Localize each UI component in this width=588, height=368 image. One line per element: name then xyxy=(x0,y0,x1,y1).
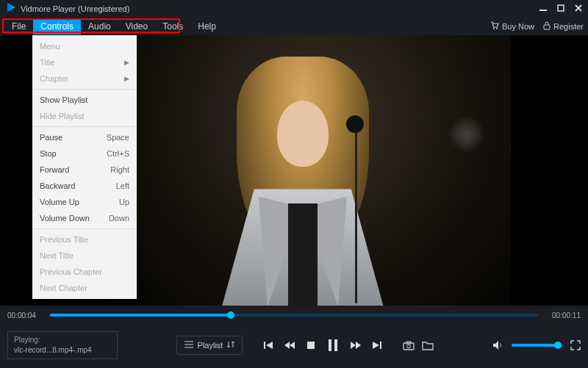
dropdown-separator xyxy=(32,89,137,90)
app-logo-icon xyxy=(6,2,16,15)
svg-marker-19 xyxy=(351,342,356,349)
dropdown-item[interactable]: ForwardRight xyxy=(32,162,137,178)
svg-rect-8 xyxy=(544,25,550,29)
dropdown-item: Menu xyxy=(32,38,137,54)
dropdown-item[interactable]: Show Playlist xyxy=(32,92,137,108)
dropdown-separator xyxy=(32,228,137,229)
prev-track-button[interactable] xyxy=(263,340,273,350)
dropdown-item: Previous Chapter xyxy=(32,264,137,280)
chevron-right-icon: ▶ xyxy=(124,59,129,66)
video-frame xyxy=(77,35,511,306)
dropdown-item[interactable]: Volume DownDown xyxy=(32,210,137,226)
svg-marker-20 xyxy=(356,342,361,349)
cart-icon xyxy=(490,21,499,32)
dropdown-item-label: Menu xyxy=(40,42,60,51)
dropdown-item-label: Next Chapter xyxy=(40,284,87,292)
open-folder-button[interactable] xyxy=(422,340,434,350)
dropdown-item-label: Volume Up xyxy=(40,198,79,206)
time-elapsed: 00:00:04 xyxy=(7,311,43,320)
stop-button[interactable] xyxy=(306,340,316,350)
svg-point-24 xyxy=(407,344,411,348)
dropdown-item-label: Previous Chapter xyxy=(40,267,102,276)
buy-now-button[interactable]: Buy Now xyxy=(490,21,534,32)
dropdown-item[interactable]: PauseSpace xyxy=(32,129,137,145)
dropdown-item: Chapter▶ xyxy=(32,71,137,87)
next-track-button[interactable] xyxy=(372,340,382,350)
svg-rect-12 xyxy=(264,342,265,349)
volume-icon[interactable] xyxy=(492,340,504,350)
fullscreen-button[interactable] xyxy=(570,340,581,350)
now-playing-box: Playing: vlc-record...8.mp4-.mp4 xyxy=(7,331,118,359)
dropdown-item-label: Stop xyxy=(40,149,57,158)
minimize-button[interactable] xyxy=(539,4,547,14)
menu-controls[interactable]: Controls xyxy=(33,18,81,35)
dropdown-item-label: Volume Down xyxy=(40,214,90,223)
svg-point-7 xyxy=(496,28,498,29)
dropdown-item[interactable]: BackwardLeft xyxy=(32,178,137,194)
dropdown-item-label: Show Playlist xyxy=(40,95,87,104)
svg-rect-22 xyxy=(380,342,381,349)
svg-marker-14 xyxy=(284,342,290,349)
dropdown-item: Title▶ xyxy=(32,54,137,71)
menu-video[interactable]: Video xyxy=(118,18,155,35)
now-playing-label: Playing: xyxy=(14,335,111,345)
dropdown-item-label: Chapter xyxy=(40,74,68,83)
svg-rect-2 xyxy=(539,10,547,11)
svg-rect-17 xyxy=(329,339,331,351)
maximize-button[interactable] xyxy=(557,4,564,14)
playlist-label: Playlist xyxy=(198,341,223,350)
list-icon xyxy=(184,341,193,350)
dropdown-item[interactable]: StopCtrl+S xyxy=(32,145,137,162)
pause-button[interactable] xyxy=(326,338,340,353)
lock-icon xyxy=(543,21,551,32)
dropdown-item-label: Next Title xyxy=(40,251,74,260)
menu-help[interactable]: Help xyxy=(190,18,223,35)
dropdown-item-label: Forward xyxy=(40,165,69,174)
volume-fill xyxy=(512,344,558,347)
seek-fill xyxy=(50,314,231,317)
volume-thumb[interactable] xyxy=(554,342,562,349)
dropdown-shortcut: Down xyxy=(109,214,129,223)
dropdown-item-label: Title xyxy=(40,58,54,67)
snapshot-button[interactable] xyxy=(403,340,415,350)
seek-slider[interactable] xyxy=(50,314,538,317)
playlist-button[interactable]: Playlist xyxy=(176,336,243,355)
dropdown-shortcut: Up xyxy=(119,198,129,206)
dropdown-item: Previous Title xyxy=(32,231,137,248)
svg-rect-16 xyxy=(307,342,315,349)
dropdown-shortcut: Left xyxy=(116,181,129,190)
menu-tools[interactable]: Tools xyxy=(155,18,190,35)
volume-slider[interactable] xyxy=(512,344,563,347)
svg-marker-26 xyxy=(493,341,498,350)
window-title: Vidmore Player (Unregistered) xyxy=(21,4,129,13)
dropdown-item-label: Backward xyxy=(40,181,75,190)
register-button[interactable]: Register xyxy=(543,21,584,32)
time-total: 00:00:11 xyxy=(545,311,581,320)
dropdown-shortcut: Ctrl+S xyxy=(107,149,129,158)
chevron-right-icon: ▶ xyxy=(124,75,129,82)
close-button[interactable] xyxy=(575,4,582,14)
rewind-button[interactable] xyxy=(284,340,295,350)
seek-thumb[interactable] xyxy=(227,311,234,319)
svg-rect-3 xyxy=(558,5,564,11)
menu-file[interactable]: File xyxy=(4,18,33,35)
register-label: Register xyxy=(553,22,584,31)
dropdown-item-label: Hide Playlist xyxy=(40,112,85,120)
dropdown-shortcut: Right xyxy=(110,165,129,174)
buy-now-label: Buy Now xyxy=(502,22,534,31)
dropdown-item: Next Title xyxy=(32,248,137,264)
dropdown-item[interactable]: Volume UpUp xyxy=(32,194,137,210)
controls-dropdown: MenuTitle▶Chapter▶Show PlaylistHide Play… xyxy=(32,35,137,299)
dropdown-item-label: Pause xyxy=(40,133,62,142)
now-playing-file: vlc-record...8.mp4-.mp4 xyxy=(14,345,111,356)
dropdown-shortcut: Space xyxy=(107,133,129,142)
svg-point-6 xyxy=(493,28,495,29)
fast-forward-button[interactable] xyxy=(350,340,362,350)
menu-bar: File Controls Audio Video Tools Help xyxy=(4,18,223,35)
svg-marker-15 xyxy=(290,342,295,349)
dropdown-separator xyxy=(32,126,137,127)
menu-audio[interactable]: Audio xyxy=(81,18,118,35)
svg-rect-18 xyxy=(334,339,337,351)
sort-icon xyxy=(227,341,234,350)
dropdown-item-label: Previous Title xyxy=(40,235,88,244)
